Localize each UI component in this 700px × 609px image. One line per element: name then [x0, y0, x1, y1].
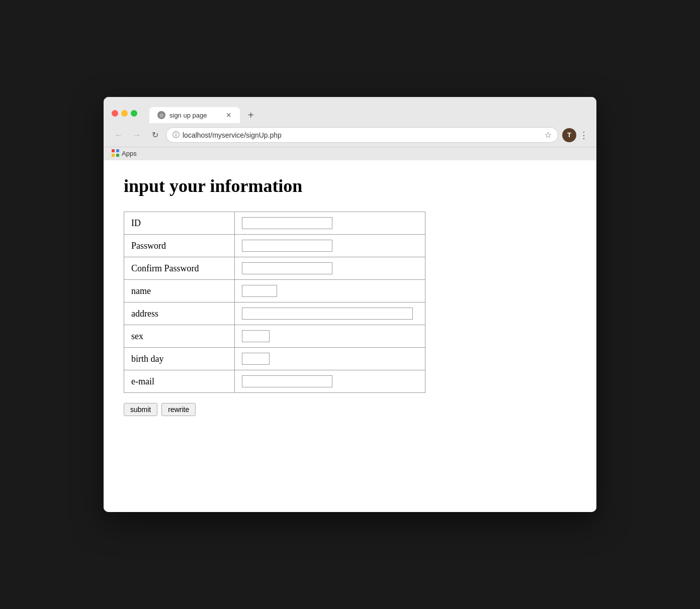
url-text: localhost/myservice/signUp.php [183, 131, 542, 139]
confirm-password-label: Confirm Password [124, 257, 235, 280]
table-row: e-mail [124, 370, 425, 393]
address-actions: T ⋮ [562, 128, 588, 142]
email-label: e-mail [124, 370, 235, 393]
back-button[interactable]: ← [112, 128, 126, 142]
table-row: name [124, 280, 425, 302]
tab-bar: ⊙ sign up page ✕ + [149, 107, 258, 123]
new-tab-button[interactable]: + [244, 108, 258, 123]
apps-label[interactable]: Apps [122, 150, 137, 157]
forward-button[interactable]: → [130, 128, 144, 142]
address-input[interactable] [242, 308, 413, 320]
id-label: ID [124, 212, 235, 235]
table-row: Password [124, 235, 425, 257]
user-avatar[interactable]: T [562, 128, 576, 142]
active-tab[interactable]: ⊙ sign up page ✕ [149, 107, 240, 123]
browser-chrome: ⊙ sign up page ✕ + ← → ↻ ⓘ localhost/mys… [104, 97, 596, 160]
password-input[interactable] [242, 240, 332, 252]
minimize-button[interactable] [121, 110, 128, 117]
rewrite-button[interactable]: rewrite [161, 403, 196, 416]
form-buttons: submit rewrite [124, 403, 576, 416]
browser-window: ⊙ sign up page ✕ + ← → ↻ ⓘ localhost/mys… [104, 97, 596, 512]
reload-button[interactable]: ↻ [148, 128, 162, 142]
confirm-password-input[interactable] [242, 262, 332, 274]
name-cell [235, 280, 425, 302]
sex-cell [235, 325, 425, 348]
table-row: address [124, 302, 425, 325]
signup-form-table: ID Password Confirm Password name [124, 212, 425, 393]
id-cell [235, 212, 425, 235]
tab-favicon: ⊙ [157, 111, 165, 119]
close-button[interactable] [112, 110, 118, 117]
table-row: birth day [124, 348, 425, 370]
sex-label: sex [124, 325, 235, 348]
table-row: ID [124, 212, 425, 235]
address-label: address [124, 302, 235, 325]
birthday-input[interactable] [242, 353, 270, 365]
name-label: name [124, 280, 235, 302]
browser-menu-button[interactable]: ⋮ [579, 130, 588, 141]
page-title: input your information [124, 175, 576, 196]
birthday-label: birth day [124, 348, 235, 370]
birthday-cell [235, 348, 425, 370]
maximize-button[interactable] [131, 110, 137, 117]
table-row: sex [124, 325, 425, 348]
bookmarks-bar: Apps [104, 147, 596, 160]
email-input[interactable] [242, 375, 332, 387]
name-input[interactable] [242, 285, 277, 297]
email-cell [235, 370, 425, 393]
password-cell [235, 235, 425, 257]
bookmark-star-icon[interactable]: ☆ [545, 130, 552, 140]
title-bar: ⊙ sign up page ✕ + [104, 97, 596, 123]
address-bar-row: ← → ↻ ⓘ localhost/myservice/signUp.php ☆… [104, 123, 596, 147]
apps-grid-icon [112, 149, 120, 157]
password-label: Password [124, 235, 235, 257]
address-bar[interactable]: ⓘ localhost/myservice/signUp.php ☆ [166, 127, 558, 143]
tab-title: sign up page [169, 112, 207, 119]
submit-button[interactable]: submit [124, 403, 157, 416]
sex-input[interactable] [242, 330, 270, 342]
confirm-password-cell [235, 257, 425, 280]
info-icon: ⓘ [172, 131, 180, 140]
table-row: Confirm Password [124, 257, 425, 280]
page-content: input your information ID Password Confi… [104, 160, 596, 512]
tab-close-button[interactable]: ✕ [226, 111, 232, 119]
address-cell [235, 302, 425, 325]
id-input[interactable] [242, 217, 332, 229]
traffic-lights [112, 110, 137, 117]
